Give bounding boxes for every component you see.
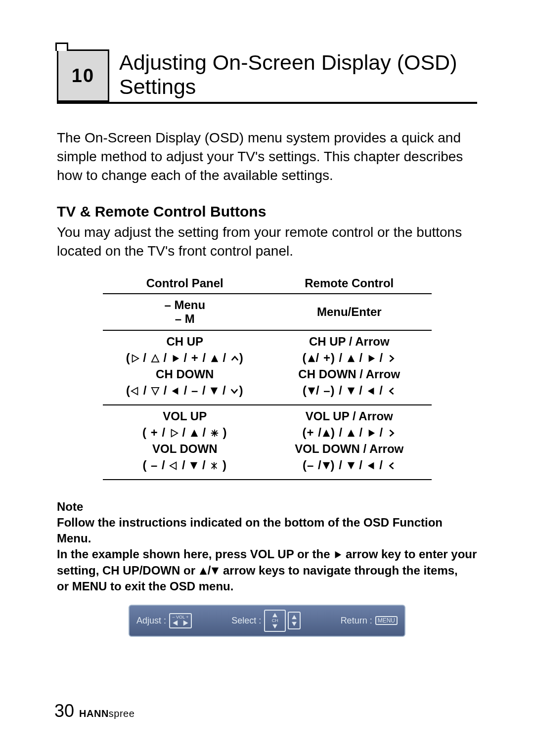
note-line4: or MENU to exit the OSD menu. bbox=[57, 579, 233, 593]
osd-select-chips: CH bbox=[264, 610, 301, 632]
osd-return-label: Return : bbox=[341, 616, 372, 626]
note-line3a: setting, CH UP/DOWN or bbox=[57, 564, 199, 577]
osd-select-label: Select : bbox=[231, 616, 261, 626]
triangle-up-icon bbox=[199, 567, 208, 576]
svg-marker-16 bbox=[170, 462, 177, 469]
osd-select-arrow-chip bbox=[288, 612, 301, 629]
cell-ch-cp: CH UP ( / / / + / / ) CH DOWN ( / / / – … bbox=[103, 330, 267, 405]
ch-down-symbols: ( / / / – / / ) bbox=[107, 381, 264, 400]
text: – Menu bbox=[107, 298, 264, 312]
svg-marker-17 bbox=[190, 462, 197, 469]
sparkle-minus-icon bbox=[210, 461, 219, 470]
triangle-down-icon bbox=[211, 567, 220, 576]
triangle-down-icon bbox=[210, 387, 219, 396]
osd-adjust-chip: – VOL + bbox=[169, 613, 192, 628]
ch-up-arrow-label: CH UP / Arrow bbox=[271, 335, 428, 349]
chevron-right-icon bbox=[387, 354, 396, 363]
osd-select: Select : CH bbox=[231, 610, 301, 632]
section-heading: TV & Remote Control Buttons bbox=[57, 203, 477, 220]
ch-down-arrow-label: CH DOWN / Arrow bbox=[271, 367, 428, 381]
col-remote-control: Remote Control bbox=[267, 274, 432, 294]
triangle-left-outline-icon bbox=[169, 461, 178, 470]
triangle-down-icon bbox=[307, 387, 316, 396]
svg-marker-21 bbox=[322, 462, 329, 469]
vol-up-symbols: ( + / / / ) bbox=[107, 423, 264, 442]
svg-marker-11 bbox=[308, 388, 315, 395]
triangle-up-outline-icon bbox=[151, 354, 160, 363]
svg-marker-10 bbox=[369, 355, 375, 362]
sparkle-plus-icon bbox=[210, 429, 219, 438]
osd-hint-bar: Adjust : – VOL + Select : CH bbox=[129, 605, 405, 637]
osd-return-chip: MENU bbox=[375, 616, 398, 625]
triangle-up-icon bbox=[322, 429, 331, 438]
brand-bold: HANN bbox=[79, 708, 109, 719]
brand-rest: spree bbox=[109, 708, 135, 719]
svg-marker-4 bbox=[132, 388, 138, 395]
triangle-left-icon bbox=[172, 620, 179, 626]
page-number: 30 bbox=[54, 701, 74, 721]
cell-menu-rc: Menu/Enter bbox=[267, 294, 432, 330]
vol-down-symbols: ( – / / / ) bbox=[107, 456, 264, 475]
vol-up-arrow-symbols: (+ /) / / / bbox=[271, 423, 428, 442]
section-body: You may adjust the setting from your rem… bbox=[57, 223, 477, 261]
chapter-number: 10 bbox=[57, 49, 109, 102]
svg-marker-9 bbox=[348, 355, 355, 362]
note-body: Follow the instructions indicated on the… bbox=[57, 515, 477, 595]
triangle-left-outline-icon bbox=[131, 387, 139, 396]
osd-select-ch-chip: CH bbox=[264, 610, 286, 632]
triangle-right-icon bbox=[367, 429, 376, 438]
chapter-title: Adjusting On-Screen Display (OSD) Settin… bbox=[119, 49, 477, 102]
svg-marker-6 bbox=[172, 388, 178, 395]
triangle-right-icon bbox=[182, 620, 189, 626]
triangle-up-icon bbox=[291, 614, 298, 621]
svg-marker-31 bbox=[292, 615, 297, 619]
brand-logo: HANNspree bbox=[79, 708, 134, 719]
svg-marker-25 bbox=[199, 568, 206, 575]
svg-marker-20 bbox=[369, 430, 375, 437]
triangle-down-icon bbox=[322, 461, 331, 470]
svg-marker-15 bbox=[191, 430, 198, 437]
svg-marker-18 bbox=[323, 430, 330, 437]
triangle-up-icon bbox=[347, 429, 356, 438]
svg-marker-13 bbox=[367, 388, 374, 395]
triangle-down-icon bbox=[347, 387, 356, 396]
intro-paragraph: The On-Screen Display (OSD) menu system … bbox=[57, 129, 477, 184]
triangle-down-icon bbox=[347, 461, 356, 470]
svg-marker-12 bbox=[347, 388, 354, 395]
table-header-row: Control Panel Remote Control bbox=[103, 274, 432, 294]
row-menu: – Menu – M Menu/Enter bbox=[103, 294, 432, 330]
svg-marker-0 bbox=[132, 355, 138, 362]
row-ch: CH UP ( / / / + / / ) CH DOWN ( / / / – … bbox=[103, 330, 432, 405]
triangle-up-icon bbox=[210, 354, 219, 363]
ch-up-label: CH UP bbox=[107, 335, 264, 349]
triangle-right-icon bbox=[367, 354, 376, 363]
triangle-down-outline-icon bbox=[151, 387, 160, 396]
svg-marker-1 bbox=[152, 355, 159, 362]
text: – M bbox=[107, 312, 264, 326]
chevron-left-icon bbox=[387, 461, 396, 470]
osd-return: Return : MENU bbox=[341, 616, 398, 626]
triangle-down-icon bbox=[291, 621, 298, 627]
svg-marker-19 bbox=[348, 430, 355, 437]
cell-vol-cp: VOL UP ( + / / / ) VOL DOWN ( – / / / ) bbox=[103, 405, 267, 480]
svg-marker-23 bbox=[367, 462, 374, 469]
note-line2a: In the example shown here, press VOL UP … bbox=[57, 547, 333, 561]
triangle-left-icon bbox=[367, 387, 376, 396]
osd-adjust-label: Adjust : bbox=[136, 616, 166, 626]
chevron-right-icon bbox=[387, 429, 396, 438]
triangle-up-icon bbox=[190, 429, 199, 438]
svg-marker-32 bbox=[292, 622, 297, 626]
page-footer: 30 HANNspree bbox=[54, 701, 134, 721]
row-vol: VOL UP ( + / / / ) VOL DOWN ( – / / / ) … bbox=[103, 405, 432, 480]
vol-down-arrow-label: VOL DOWN / Arrow bbox=[271, 442, 428, 456]
osd-select-ch-text: CH bbox=[272, 619, 278, 623]
svg-marker-8 bbox=[308, 355, 314, 362]
svg-marker-22 bbox=[347, 462, 354, 469]
page: 10 Adjusting On-Screen Display (OSD) Set… bbox=[0, 0, 534, 756]
triangle-left-icon bbox=[367, 461, 376, 470]
triangle-right-icon bbox=[171, 354, 180, 363]
chapter-number-box: 10 bbox=[57, 49, 109, 102]
cell-vol-rc: VOL UP / Arrow (+ /) / / / VOL DOWN / Ar… bbox=[267, 405, 432, 480]
vol-down-label: VOL DOWN bbox=[107, 442, 264, 456]
triangle-left-icon bbox=[171, 387, 180, 396]
